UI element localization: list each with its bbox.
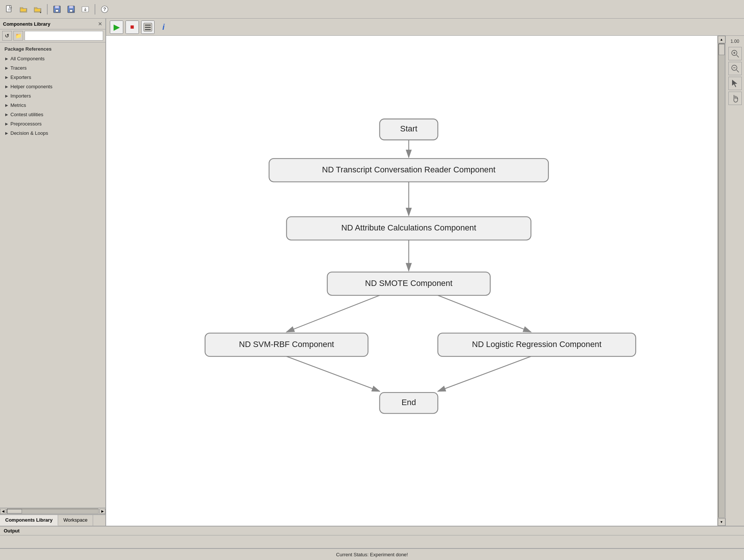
status-text: Current Status: Experiment done! <box>336 552 408 557</box>
refresh-button[interactable]: ↺ <box>2 31 12 41</box>
left-panel: Components Library ✕ ↺ 📁 Package Referen… <box>0 19 106 526</box>
sidebar-item-importers[interactable]: ▶ Importers <box>0 91 105 101</box>
scroll-track[interactable] <box>7 509 99 514</box>
status-bar: Current Status: Experiment done! <box>0 548 744 560</box>
svg-rect-6 <box>55 10 58 12</box>
arrow-svm-end <box>286 356 379 391</box>
sidebar-item-all-components[interactable]: ▶ All Components <box>0 54 105 63</box>
svg-line-23 <box>737 55 739 57</box>
tree-arrow-all-components: ▶ <box>5 57 8 61</box>
node-attribute-label: ND Attribute Calculations Component <box>341 223 476 232</box>
svg-text:?: ? <box>103 6 106 12</box>
main-layout: Components Library ✕ ↺ 📁 Package Referen… <box>0 19 744 560</box>
tree-arrow-importers: ▶ <box>5 94 8 98</box>
tab-components-library[interactable]: Components Library <box>0 515 58 526</box>
right-tools: 1.00 <box>725 36 744 526</box>
sidebar-item-label-preprocessors: Preprocessors <box>10 121 42 127</box>
scroll-up-arrow[interactable]: ▲ <box>718 36 725 43</box>
flowchart-container: Start ND Transcript Conversation Reader … <box>106 36 717 526</box>
sidebar-item-label-metrics: Metrics <box>10 102 26 108</box>
zoom-in-button[interactable] <box>728 47 742 60</box>
panel-header: Components Library ✕ <box>0 19 105 29</box>
flowchart-svg: Start ND Transcript Conversation Reader … <box>106 36 717 526</box>
browse-button[interactable]: 📁 <box>13 31 23 41</box>
hand-tool-button[interactable] <box>728 92 742 105</box>
help-button[interactable]: ? <box>98 3 111 16</box>
node-logistic-label: ND Logistic Regression Component <box>472 340 602 349</box>
select-tool-button[interactable] <box>728 77 742 90</box>
output-header: Output <box>0 526 744 535</box>
svg-text:+: + <box>72 10 74 13</box>
sidebar-item-decision-loops[interactable]: ▶ Decision & Loops <box>0 128 105 138</box>
sidebar-item-label-contest-utilities: Contest utilities <box>10 112 43 117</box>
scroll-down-arrow[interactable]: ▼ <box>718 518 725 526</box>
tree-arrow-helper-components: ▶ <box>5 85 8 89</box>
vertical-scroll-thumb[interactable] <box>719 44 725 55</box>
new-button[interactable] <box>3 3 16 16</box>
tree-arrow-contest-utilities: ▶ <box>5 112 8 117</box>
node-transcript-label: ND Transcript Conversation Reader Compon… <box>322 165 496 174</box>
arrow-smote-svm <box>286 295 379 332</box>
node-start-label: Start <box>400 124 417 133</box>
sidebar-item-tracers[interactable]: ▶ Tracers <box>0 63 105 73</box>
right-content: ▶ ■ i <box>106 19 744 526</box>
sidebar-item-preprocessors[interactable]: ▶ Preprocessors <box>0 119 105 128</box>
tree-arrow-decision-loops: ▶ <box>5 131 8 135</box>
zoom-level: 1.00 <box>731 37 739 45</box>
vertical-scroll-track[interactable] <box>718 44 725 518</box>
sidebar-item-label-tracers: Tracers <box>10 65 27 71</box>
output-panel: Output <box>0 526 744 548</box>
canvas-area[interactable]: Start ND Transcript Conversation Reader … <box>106 36 717 526</box>
zoom-out-button[interactable] <box>728 62 742 75</box>
tree-section-header: Package References <box>0 44 105 54</box>
svg-rect-16 <box>145 25 151 26</box>
search-input[interactable] <box>25 31 103 41</box>
tree-arrow-tracers: ▶ <box>5 66 8 70</box>
save-button[interactable] <box>51 3 63 16</box>
run-button[interactable]: ▶ <box>110 20 123 34</box>
settings-button[interactable] <box>141 20 155 34</box>
toolbar-separator-1 <box>47 4 48 15</box>
tab-workspace[interactable]: Workspace <box>58 515 93 526</box>
info-button[interactable]: i <box>157 20 170 34</box>
svg-marker-3 <box>40 12 41 13</box>
arrow-logistic-end <box>438 356 531 391</box>
tree-arrow-metrics: ▶ <box>5 103 8 107</box>
node-end-label: End <box>401 398 416 407</box>
right-scrollbar: ▲ ▼ <box>717 36 725 526</box>
stop-button[interactable]: ■ <box>125 20 139 34</box>
svg-rect-8 <box>69 6 73 8</box>
scroll-left-arrow[interactable]: ◀ <box>0 509 6 514</box>
panel-search-bar: ↺ 📁 <box>0 29 105 42</box>
save-as-button[interactable]: + <box>65 3 77 16</box>
sidebar-item-helper-components[interactable]: ▶ Helper components <box>0 82 105 91</box>
panel-horizontal-scrollbar: ◀ ▶ <box>0 508 105 514</box>
svg-line-26 <box>737 70 739 72</box>
tree-arrow-exporters: ▶ <box>5 75 8 79</box>
scroll-right-arrow[interactable]: ▶ <box>99 509 105 514</box>
svg-rect-18 <box>145 29 151 30</box>
svg-rect-17 <box>145 27 151 28</box>
sidebar-item-label-importers: Importers <box>10 93 31 99</box>
node-svm-label: ND SVM-RBF Component <box>239 340 334 349</box>
sidebar-item-label-exporters: Exporters <box>10 74 31 80</box>
node-smote-label: ND SMOTE Component <box>365 279 452 288</box>
sidebar-item-metrics[interactable]: ▶ Metrics <box>0 101 105 110</box>
tree-arrow-preprocessors: ▶ <box>5 122 8 126</box>
top-toolbar: + ? <box>0 0 744 19</box>
secondary-toolbar: ▶ ■ i <box>106 19 744 36</box>
export-button[interactable] <box>79 3 92 16</box>
panel-close-button[interactable]: ✕ <box>98 21 102 27</box>
panel-title: Components Library <box>3 21 50 27</box>
sidebar-item-exporters[interactable]: ▶ Exporters <box>0 73 105 82</box>
arrow-smote-logistic <box>438 295 531 332</box>
middle-area: Components Library ✕ ↺ 📁 Package Referen… <box>0 19 744 526</box>
library-tree: Package References ▶ All Components ▶ Tr… <box>0 42 105 508</box>
sidebar-item-label-decision-loops: Decision & Loops <box>10 130 48 136</box>
open-button[interactable] <box>17 3 30 16</box>
open-dropdown-button[interactable] <box>31 3 44 16</box>
panel-tabs: Components Library Workspace <box>0 514 105 526</box>
canvas-row: Start ND Transcript Conversation Reader … <box>106 36 744 526</box>
scroll-thumb[interactable] <box>7 509 22 513</box>
sidebar-item-contest-utilities[interactable]: ▶ Contest utilities <box>0 110 105 119</box>
